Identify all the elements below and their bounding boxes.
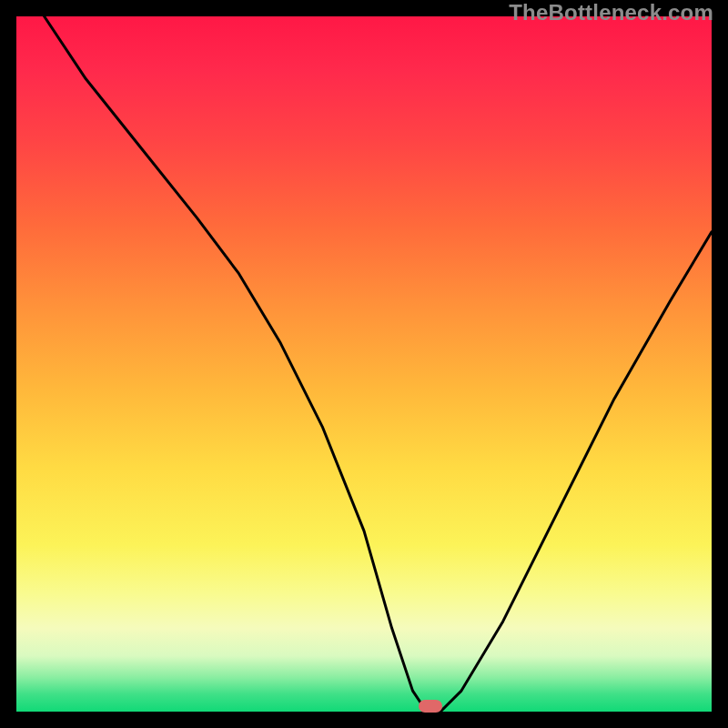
watermark-text: TheBottleneck.com [509, 0, 713, 25]
optimal-point-marker [419, 700, 442, 713]
chart-frame: TheBottleneck.com [0, 0, 728, 728]
plot-area [16, 16, 712, 712]
bottleneck-curve [16, 16, 712, 712]
